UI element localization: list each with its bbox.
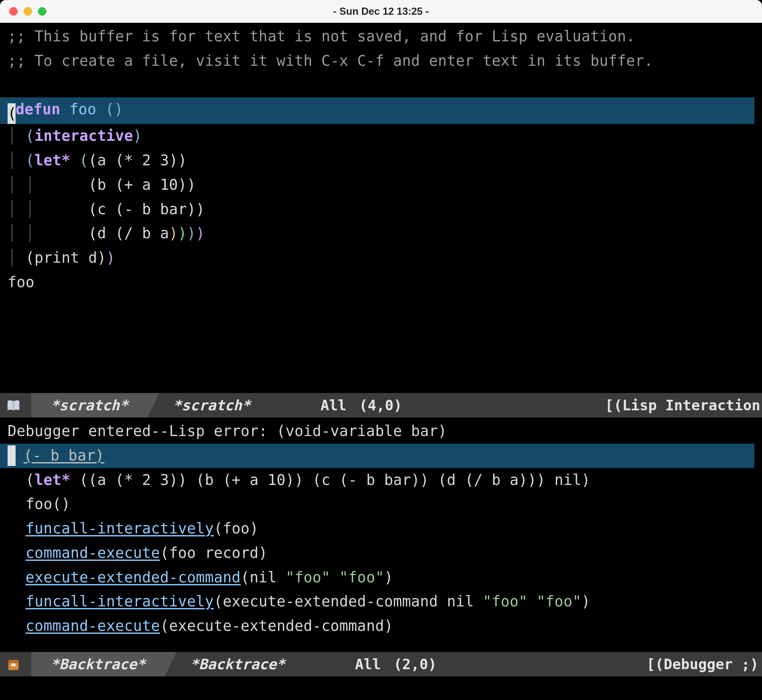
frame-args: (foo record): [160, 544, 268, 561]
package-icon: [6, 657, 21, 672]
close-icon[interactable]: [9, 7, 18, 16]
frame-args: (nil: [241, 569, 285, 586]
string-arg: "foo": [537, 593, 581, 610]
buffer-name: *scratch*: [173, 397, 250, 414]
frame-fn[interactable]: execute-extended-command: [26, 569, 241, 586]
modeline-buffer-inactive[interactable]: *Backtrace*: [165, 652, 304, 676]
modeline-buffer-active[interactable]: *Backtrace*: [31, 652, 165, 676]
defun-keyword: defun: [16, 101, 60, 118]
frame-fn[interactable]: command-execute: [26, 617, 160, 634]
backtrace-current-frame: (- b bar): [0, 444, 754, 468]
let-keyword: let*: [35, 152, 70, 169]
scroll-indicator: All: [320, 397, 346, 414]
let-binding: (d (/ b a: [88, 225, 169, 242]
major-mode: [(Lisp Interaction: [605, 397, 762, 414]
interactive-keyword: interactive: [35, 127, 133, 144]
buffer-name: *Backtrace*: [51, 656, 145, 673]
frame-expr: foo(): [26, 495, 70, 512]
zoom-icon[interactable]: [38, 7, 46, 16]
string-arg: "foo": [285, 569, 330, 586]
cursor-position: (2,0): [394, 656, 437, 673]
frame-args: (execute-extended-command): [160, 617, 393, 634]
modeline-backtrace[interactable]: *Backtrace* *Backtrace* All (2,0) [(Debu…: [0, 652, 762, 676]
comment-line: ;; This buffer is for text that is not s…: [8, 28, 635, 45]
arglist: (): [105, 101, 123, 118]
frame-args: (execute-extended-command nil: [214, 593, 483, 610]
string-arg: "foo": [483, 593, 527, 610]
frame-expr: ((a (* 2 3)) (b (+ a 10)) (c (- b bar)) …: [70, 471, 590, 488]
modeline-scratch[interactable]: *scratch* *scratch* All (4,0) [(Lisp Int…: [0, 393, 762, 417]
svg-rect-2: [11, 663, 16, 666]
buffer-name: *scratch*: [51, 397, 128, 414]
minibuffer[interactable]: [0, 676, 762, 700]
frame-args: (foo): [214, 520, 258, 537]
eval-result: foo: [8, 274, 35, 291]
string-arg: "foo": [339, 569, 384, 586]
frame-fn[interactable]: command-execute: [26, 544, 160, 561]
window-title: - Sun Dec 12 13:25 -: [0, 5, 762, 17]
modeline-buffer-inactive[interactable]: *scratch*: [148, 393, 270, 417]
let-binding: (b (+ a 10)): [88, 176, 196, 193]
modeline-buffer-active[interactable]: *scratch*: [31, 393, 148, 417]
let-keyword: let*: [35, 471, 70, 488]
let-binding: (a (* 2 3)): [88, 152, 187, 169]
function-name: foo: [70, 101, 97, 118]
print-expr: (print d): [26, 249, 106, 266]
svg-rect-1: [8, 660, 19, 663]
buffer-name: *Backtrace*: [190, 656, 285, 673]
frame-fn[interactable]: funcall-interactively: [26, 520, 214, 537]
cursor-icon: (: [8, 103, 16, 124]
frame-marker-icon: [8, 445, 16, 466]
let-binding: (c (- b bar)): [88, 201, 205, 218]
cursor-position: (4,0): [359, 397, 402, 414]
scratch-buffer[interactable]: ;; This buffer is for text that is not s…: [0, 23, 762, 393]
editor-current-line: (defun foo (): [0, 97, 754, 124]
scroll-indicator: All: [355, 656, 381, 673]
minimize-icon[interactable]: [24, 7, 32, 16]
window-titlebar: - Sun Dec 12 13:25 -: [0, 0, 762, 23]
frame-expr: (- b bar): [24, 444, 104, 468]
major-mode: [(Debugger ;): [647, 656, 762, 673]
debugger-error: Debugger entered--Lisp error: (void-vari…: [8, 423, 447, 439]
frame-fn[interactable]: funcall-interactively: [26, 593, 214, 610]
comment-line: ;; To create a file, visit it with C-x C…: [8, 52, 653, 69]
backtrace-buffer[interactable]: Debugger entered--Lisp error: (void-vari…: [0, 417, 762, 652]
book-icon: [6, 398, 21, 413]
traffic-lights: [9, 7, 46, 16]
